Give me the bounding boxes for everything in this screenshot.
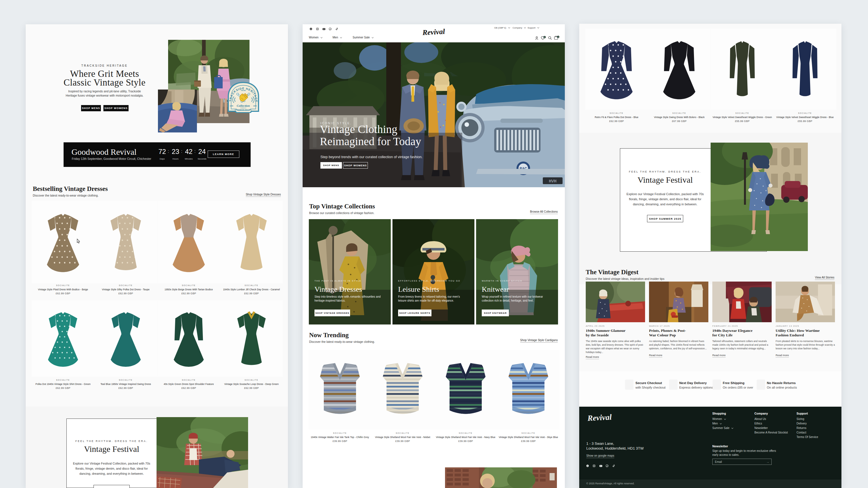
svg-text:Collection: Collection [237, 104, 250, 107]
svg-text:1940: 1940 [253, 105, 256, 107]
svg-text:POWERED BY: POWERED BY [240, 107, 246, 109]
svg-text:Revival: Revival [587, 413, 612, 422]
svg-text:HVH: HVH [549, 179, 556, 184]
svg-text:1940: 1940 [230, 105, 233, 107]
svg-text:THE MKII: THE MKII [241, 90, 246, 91]
svg-text:Revival: Revival [422, 27, 445, 37]
svg-text:GOODWOOD REVIVAL: GOODWOOD REVIVAL [235, 109, 252, 111]
